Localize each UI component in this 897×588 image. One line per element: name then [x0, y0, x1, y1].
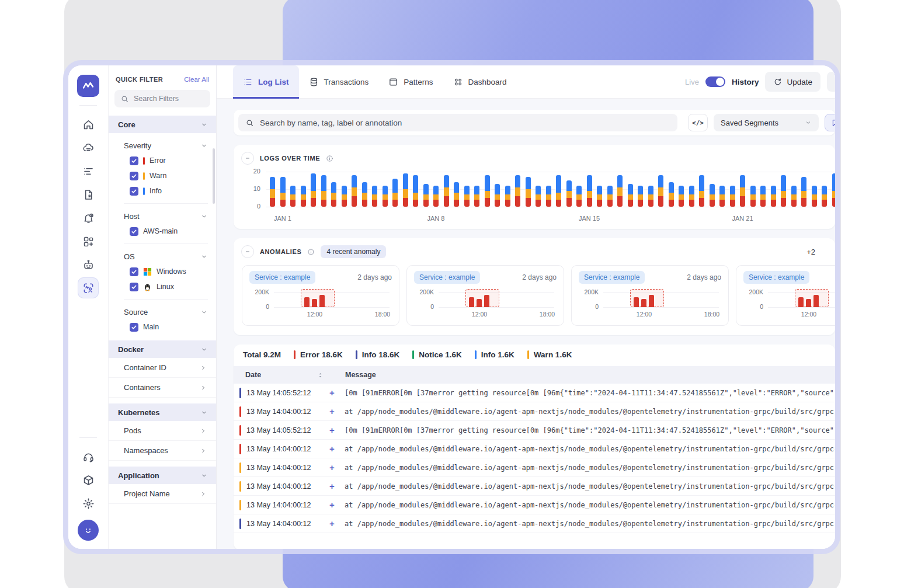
checkbox-icon[interactable]	[130, 156, 138, 165]
filter-group-header-docker[interactable]: Docker	[109, 340, 216, 358]
stacked-bar	[372, 186, 377, 207]
time-range-button[interactable]	[827, 72, 835, 92]
anomaly-cards-row: Service : example2 days ago200K012:0018:…	[234, 260, 835, 334]
error-segment	[669, 200, 674, 207]
stacked-bar	[791, 186, 797, 207]
marketing-canvas: QUICK FILTER Clear All Search Filters Co…	[0, 0, 897, 588]
info-segment	[342, 186, 347, 194]
live-history-toggle[interactable]	[705, 76, 725, 87]
checkbox-icon[interactable]	[130, 283, 138, 291]
expand-row-button[interactable]: +	[329, 425, 345, 435]
x-axis-tick-label: 12:00	[307, 311, 322, 318]
log-search-icon[interactable]	[78, 277, 99, 298]
sort-icon[interactable]	[317, 372, 325, 378]
query-code-button[interactable]: </>	[688, 114, 708, 131]
filter-subgroup-header-host[interactable]: Host	[109, 208, 216, 224]
info-segment	[433, 186, 439, 194]
log-table-row[interactable]: 13 May 14:05:52:12+[0m [91mERROR[0m [37m…	[234, 384, 835, 402]
expand-row-button[interactable]: +	[329, 388, 345, 398]
collapse-button[interactable]	[241, 245, 254, 258]
info-segment	[362, 182, 367, 193]
anomaly-bar	[798, 297, 804, 307]
filter-checkbox-error[interactable]: Error	[109, 153, 216, 168]
bot-icon[interactable]	[78, 254, 99, 275]
filter-group-header-core[interactable]: Core	[109, 116, 216, 133]
y-axis-tick-label: 0	[243, 203, 260, 210]
error-segment	[280, 200, 286, 207]
filter-link-pods[interactable]: Pods	[109, 421, 216, 441]
filter-subgroup-header-os[interactable]: OS	[109, 249, 216, 264]
filter-checkbox-main[interactable]: Main	[109, 319, 216, 335]
filter-scrollbar[interactable]	[213, 148, 215, 204]
filter-group-header-kubernetes[interactable]: Kubernetes	[109, 403, 216, 421]
save-segment-button[interactable]	[825, 114, 835, 131]
filter-search-input[interactable]: Search Filters	[114, 90, 210, 107]
log-table-row[interactable]: 13 May 14:05:52:12+[0m [91mERROR[0m [37m…	[234, 421, 835, 440]
expand-row-button[interactable]: +	[329, 444, 345, 454]
reports-icon[interactable]	[78, 184, 99, 205]
expand-row-button[interactable]: +	[329, 462, 345, 472]
info-segment	[311, 173, 316, 191]
more-anomalies-label[interactable]: +2	[806, 248, 815, 256]
warn-segment	[433, 194, 439, 200]
collapse-button[interactable]	[241, 152, 254, 165]
anomaly-card[interactable]: Service : example2 days ago200K012:0018:…	[571, 265, 729, 326]
anomaly-card[interactable]: Service : example2 days ago200K012:0018:…	[242, 265, 399, 326]
log-table-row[interactable]: 13 May 14:04:00:12+at /app/node_modules/…	[234, 458, 835, 477]
filter-checkbox-aws-main[interactable]: AWS-main	[109, 224, 216, 239]
filter-checkbox-windows[interactable]: Windows	[109, 264, 216, 279]
expand-row-button[interactable]: +	[329, 406, 345, 416]
log-table-row[interactable]: 13 May 14:04:00:12+at /app/node_modules/…	[234, 514, 835, 533]
log-table-row[interactable]: 13 May 14:04:00:12+at /app/node_modules/…	[234, 477, 835, 496]
alerts-icon[interactable]	[78, 207, 99, 228]
filter-checkbox-warn[interactable]: Warn	[109, 168, 216, 183]
filter-group-header-application[interactable]: Application	[109, 467, 216, 484]
filter-link-project-name[interactable]: Project Name	[109, 484, 216, 504]
severity-color-bar	[239, 406, 241, 417]
dashboard-builder-icon[interactable]	[78, 231, 99, 252]
anomaly-card[interactable]: Service : example2 days ago200K012:0018:…	[736, 265, 835, 326]
checkbox-icon[interactable]	[130, 172, 138, 180]
filter-subgroup-header-severity[interactable]: Severity	[109, 138, 216, 153]
middleware-logo-icon[interactable]	[77, 75, 99, 97]
support-icon[interactable]	[78, 446, 99, 467]
update-button[interactable]: Update	[765, 72, 820, 92]
log-table-row[interactable]: 13 May 14:04:00:12+at /app/node_modules/…	[234, 402, 835, 421]
log-table-row[interactable]: 13 May 14:04:00:12+at /app/node_modules/…	[234, 496, 835, 514]
tab-dashboard[interactable]: Dashboard	[443, 65, 517, 99]
error-segment	[750, 200, 756, 207]
expand-row-button[interactable]: +	[329, 500, 345, 510]
expand-row-button[interactable]: +	[329, 519, 345, 528]
anomaly-card-header: Service : example2 days ago	[414, 271, 557, 284]
tab-transactions[interactable]: Transactions	[299, 65, 379, 99]
stacked-bar	[464, 186, 470, 207]
filter-link-namespaces[interactable]: Namespaces	[109, 441, 216, 461]
error-segment	[270, 198, 275, 207]
install-icon[interactable]	[78, 469, 99, 490]
checkbox-icon[interactable]	[130, 227, 138, 236]
expand-row-button[interactable]: +	[329, 481, 345, 491]
user-avatar[interactable]	[78, 520, 99, 541]
logs-icon[interactable]	[78, 161, 99, 182]
log-search-input[interactable]: Search by name, tag, label or annotation	[238, 114, 677, 131]
infrastructure-icon[interactable]	[78, 137, 99, 158]
tab-patterns[interactable]: Patterns	[378, 65, 443, 99]
refresh-icon	[773, 78, 782, 86]
checkbox-icon[interactable]	[130, 187, 138, 196]
checkbox-icon[interactable]	[130, 267, 138, 276]
filter-link-container-id[interactable]: Container ID	[109, 358, 216, 378]
filter-subgroup-header-source[interactable]: Source	[109, 304, 216, 319]
filter-checkbox-info[interactable]: Info	[109, 183, 216, 199]
log-table-row[interactable]: 13 May 14:04:00:12+at /app/node_modules/…	[234, 440, 835, 458]
anomaly-card[interactable]: Service : example2 days ago200K012:0018:…	[406, 265, 564, 326]
home-icon[interactable]	[78, 114, 99, 135]
filter-link-containers[interactable]: Containers	[109, 378, 216, 398]
info-segment	[352, 175, 357, 187]
saved-segments-select[interactable]: Saved Segments	[714, 114, 819, 131]
checkbox-icon[interactable]	[130, 323, 138, 332]
tab-log-list[interactable]: Log List	[233, 65, 299, 99]
clear-all-button[interactable]: Clear All	[184, 76, 209, 83]
filter-checkbox-linux[interactable]: Linux	[109, 279, 216, 294]
settings-icon[interactable]	[78, 493, 99, 514]
list-icon	[243, 77, 253, 87]
